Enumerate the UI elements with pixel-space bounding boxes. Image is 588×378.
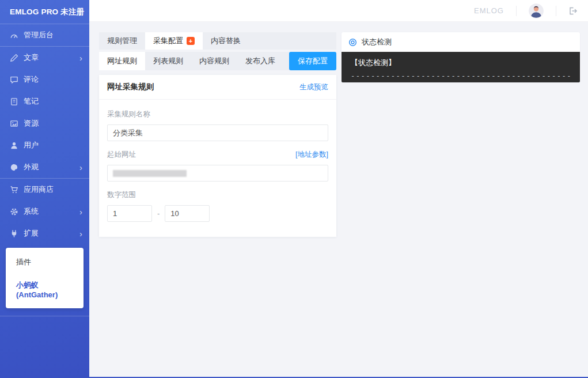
tab-label: 规则管理 bbox=[107, 36, 137, 46]
sidebar-item-label: 系统 bbox=[24, 206, 79, 217]
notebook-icon bbox=[10, 97, 18, 106]
user-icon bbox=[10, 141, 18, 150]
form-header: 网址采集规则 生成预览 bbox=[99, 75, 336, 100]
number-range-row: - bbox=[107, 205, 328, 222]
form-title: 网址采集规则 bbox=[107, 82, 154, 92]
range-to-input[interactable] bbox=[165, 205, 210, 222]
tab-label: 内容规则 bbox=[199, 56, 229, 66]
pencil-icon bbox=[10, 54, 18, 62]
sidebar-item-label: 外观 bbox=[24, 162, 79, 172]
sidebar-item-label: 管理后台 bbox=[24, 30, 82, 40]
sidebar-item-label: 资源 bbox=[24, 118, 82, 128]
tab-label: 列表规则 bbox=[153, 56, 183, 66]
range-from-input[interactable] bbox=[107, 205, 152, 222]
number-range-label: 数字范围 bbox=[107, 190, 328, 200]
sidebar-item-comments[interactable]: 评论 bbox=[0, 69, 89, 90]
image-icon bbox=[10, 119, 18, 128]
url-rule-form-card: 网址采集规则 生成预览 采集规则名称 起始网址 [地址参数] 数字范围 - bbox=[99, 75, 336, 237]
status-console: 【状态检测】 ---------------------------------… bbox=[342, 52, 580, 82]
sidebar-item-label: 笔记 bbox=[24, 96, 82, 107]
primary-tab-bar: 规则管理 采集配置 + 内容替换 bbox=[99, 32, 336, 50]
sidebar-item-system[interactable]: 系统 › bbox=[0, 201, 89, 222]
start-url-label: 起始网址 bbox=[107, 150, 136, 160]
new-badge: + bbox=[187, 37, 195, 45]
sidebar-item-label: 文章 bbox=[24, 52, 79, 63]
submenu-item-plugins[interactable]: 插件 bbox=[6, 251, 84, 274]
console-separator: ----------------------------------------… bbox=[351, 72, 571, 80]
palette-icon bbox=[10, 163, 18, 172]
divider bbox=[0, 316, 89, 316]
chevron-right-icon: › bbox=[79, 54, 82, 62]
content-area: 规则管理 采集配置 + 内容替换 网址规则 列表规则 内容规则 发布入库 bbox=[89, 22, 588, 378]
url-params-link[interactable]: [地址参数] bbox=[295, 150, 328, 160]
cart-icon bbox=[10, 186, 18, 194]
secondary-tab-bar: 网址规则 列表规则 内容规则 发布入库 保存配置 bbox=[99, 52, 336, 70]
sidebar-item-dashboard[interactable]: 管理后台 bbox=[0, 24, 89, 46]
start-url-input[interactable] bbox=[107, 165, 328, 182]
sidebar-item-users[interactable]: 用户 bbox=[0, 134, 89, 156]
submenu-item-antgather[interactable]: 小蚂蚁(AntGather) bbox=[6, 274, 84, 305]
site-home-link[interactable]: EMLOG bbox=[474, 6, 504, 15]
sidebar-item-label: 扩展 bbox=[24, 228, 79, 239]
redacted-url-value bbox=[113, 170, 187, 177]
tab-content-replace[interactable]: 内容替换 bbox=[203, 32, 249, 50]
target-icon bbox=[348, 38, 357, 47]
sidebar-item-extensions[interactable]: 扩展 › bbox=[0, 222, 89, 244]
dashboard-icon bbox=[10, 31, 18, 40]
tab-gather-config[interactable]: 采集配置 + bbox=[145, 32, 203, 50]
status-check-title: 状态检测 bbox=[362, 37, 392, 47]
divider bbox=[556, 6, 556, 16]
topbar: EMLOG bbox=[89, 0, 588, 22]
console-title: 【状态检测】 bbox=[351, 58, 571, 68]
sidebar: EMLOG PRO 未注册 管理后台 文章 › 评论 笔记 资源 用户 外观 ›… bbox=[0, 0, 89, 378]
sidebar-item-appearance[interactable]: 外观 › bbox=[0, 156, 89, 178]
tab-publish-store[interactable]: 发布入库 bbox=[237, 52, 283, 70]
status-check-section: 状态检测 【状态检测】 ----------------------------… bbox=[342, 32, 580, 82]
tab-label: 发布入库 bbox=[245, 56, 275, 66]
chevron-right-icon: › bbox=[79, 207, 82, 216]
form-body: 采集规则名称 起始网址 [地址参数] 数字范围 - bbox=[99, 100, 336, 237]
sidebar-item-articles[interactable]: 文章 › bbox=[0, 47, 89, 69]
comment-icon bbox=[10, 75, 18, 84]
tab-label: 网址规则 bbox=[107, 56, 137, 66]
tab-url-rules[interactable]: 网址规则 bbox=[99, 52, 145, 70]
rule-name-input[interactable] bbox=[107, 124, 328, 141]
sidebar-item-notes[interactable]: 笔记 bbox=[0, 90, 89, 112]
range-separator: - bbox=[157, 209, 160, 218]
sidebar-item-label: 评论 bbox=[24, 74, 82, 85]
plug-icon bbox=[10, 229, 18, 238]
sidebar-item-label: 应用商店 bbox=[24, 184, 82, 195]
gear-icon bbox=[10, 207, 18, 216]
tab-label: 内容替换 bbox=[211, 36, 241, 46]
app-title: EMLOG PRO 未注册 bbox=[0, 0, 89, 24]
tab-rule-management[interactable]: 规则管理 bbox=[99, 32, 145, 50]
save-config-button[interactable]: 保存配置 bbox=[289, 52, 336, 70]
logout-icon[interactable] bbox=[568, 6, 578, 16]
tab-list-rules[interactable]: 列表规则 bbox=[145, 52, 191, 70]
sidebar-item-app-store[interactable]: 应用商店 bbox=[0, 179, 89, 201]
extensions-submenu: 插件 小蚂蚁(AntGather) bbox=[6, 248, 84, 308]
start-url-label-row: 起始网址 [地址参数] bbox=[107, 150, 328, 160]
status-check-header: 状态检测 bbox=[342, 32, 580, 52]
sidebar-item-label: 用户 bbox=[24, 140, 82, 150]
sidebar-item-resources[interactable]: 资源 bbox=[0, 112, 89, 134]
avatar[interactable] bbox=[529, 3, 544, 18]
gather-config-section: 规则管理 采集配置 + 内容替换 网址规则 列表规则 内容规则 发布入库 bbox=[99, 32, 336, 237]
chevron-right-icon: › bbox=[79, 229, 82, 238]
rule-name-label: 采集规则名称 bbox=[107, 109, 328, 119]
tab-content-rules[interactable]: 内容规则 bbox=[191, 52, 237, 70]
tab-label: 采集配置 bbox=[153, 36, 183, 46]
chevron-right-icon: › bbox=[79, 163, 82, 172]
divider bbox=[516, 6, 517, 16]
generate-preview-link[interactable]: 生成预览 bbox=[299, 82, 328, 92]
